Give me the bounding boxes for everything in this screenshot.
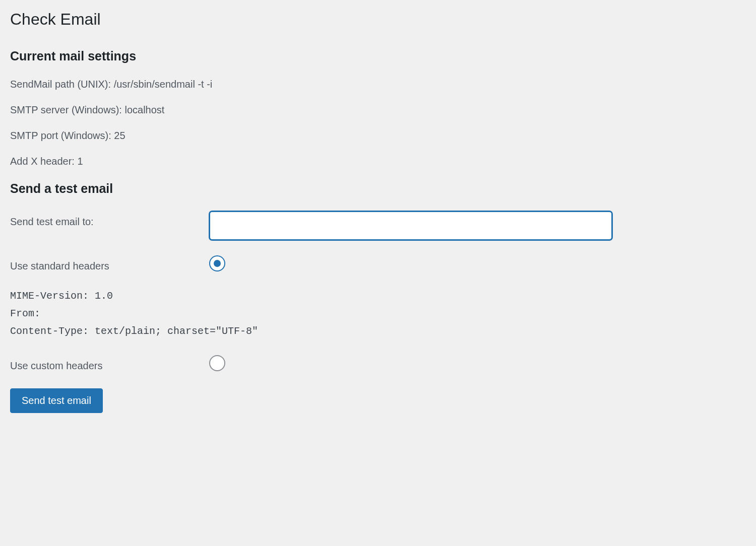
section-heading-current-settings: Current mail settings — [10, 49, 746, 63]
send-to-input[interactable] — [209, 211, 612, 240]
setting-label: Add X header: — [10, 156, 75, 167]
row-send-to: Send test email to: — [10, 211, 746, 240]
standard-headers-preview: MIME-Version: 1.0 From: Content-Type: te… — [10, 287, 746, 340]
setting-value: localhost — [124, 104, 164, 115]
setting-value: 1 — [77, 156, 83, 167]
send-to-label: Send test email to: — [10, 211, 209, 228]
setting-sendmail-path: SendMail path (UNIX): /usr/sbin/sendmail… — [10, 79, 746, 90]
page-title: Check Email — [10, 10, 746, 29]
setting-label: SendMail path (UNIX): — [10, 79, 111, 90]
setting-smtp-port: SMTP port (Windows): 25 — [10, 130, 746, 142]
standard-headers-label: Use standard headers — [10, 255, 209, 272]
custom-headers-radio[interactable] — [209, 355, 225, 371]
section-heading-send-test: Send a test email — [10, 181, 746, 196]
setting-value: 25 — [114, 130, 125, 141]
standard-headers-radio[interactable] — [209, 255, 225, 271]
setting-label: SMTP port (Windows): — [10, 130, 111, 141]
setting-label: SMTP server (Windows): — [10, 104, 122, 115]
setting-value: /usr/sbin/sendmail -t -i — [114, 79, 213, 90]
setting-smtp-server: SMTP server (Windows): localhost — [10, 104, 746, 116]
custom-headers-label: Use custom headers — [10, 355, 209, 372]
setting-add-x-header: Add X header: 1 — [10, 156, 746, 167]
row-custom-headers: Use custom headers — [10, 355, 746, 373]
row-standard-headers: Use standard headers — [10, 255, 746, 272]
current-settings-list: SendMail path (UNIX): /usr/sbin/sendmail… — [10, 79, 746, 167]
send-test-email-button[interactable]: Send test email — [10, 388, 103, 413]
